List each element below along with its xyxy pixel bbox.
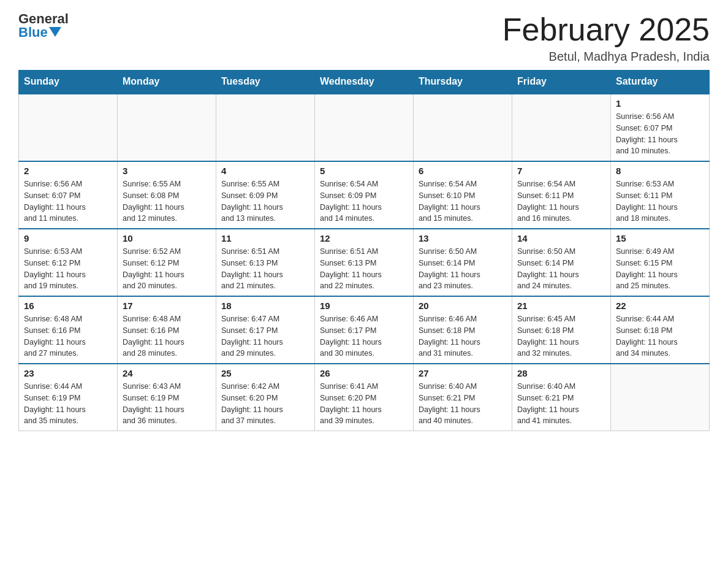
day-info: Sunrise: 6:42 AM Sunset: 6:20 PM Dayligh… — [221, 381, 309, 427]
day-number: 22 — [616, 301, 704, 311]
day-info: Sunrise: 6:51 AM Sunset: 6:13 PM Dayligh… — [221, 246, 309, 292]
day-info: Sunrise: 6:50 AM Sunset: 6:14 PM Dayligh… — [517, 246, 605, 292]
day-info: Sunrise: 6:53 AM Sunset: 6:11 PM Dayligh… — [616, 178, 704, 224]
calendar-cell: 14Sunrise: 6:50 AM Sunset: 6:14 PM Dayli… — [512, 229, 611, 296]
calendar-cell: 25Sunrise: 6:42 AM Sunset: 6:20 PM Dayli… — [216, 364, 315, 431]
calendar-cell: 13Sunrise: 6:50 AM Sunset: 6:14 PM Dayli… — [414, 229, 512, 296]
day-number: 1 — [616, 98, 704, 109]
calendar-header-friday: Friday — [512, 70, 611, 94]
day-number: 23 — [24, 368, 112, 378]
calendar-header-row: SundayMondayTuesdayWednesdayThursdayFrid… — [19, 70, 710, 94]
day-number: 15 — [616, 233, 704, 243]
day-number: 11 — [221, 233, 309, 243]
calendar-cell: 20Sunrise: 6:46 AM Sunset: 6:18 PM Dayli… — [414, 296, 512, 364]
calendar-cell: 11Sunrise: 6:51 AM Sunset: 6:13 PM Dayli… — [216, 229, 315, 296]
calendar-table: SundayMondayTuesdayWednesdayThursdayFrid… — [18, 70, 710, 431]
day-info: Sunrise: 6:55 AM Sunset: 6:09 PM Dayligh… — [221, 178, 309, 224]
day-number: 8 — [616, 166, 704, 176]
calendar-cell — [19, 94, 118, 161]
day-number: 25 — [221, 368, 309, 378]
day-number: 21 — [517, 301, 605, 311]
day-info: Sunrise: 6:54 AM Sunset: 6:09 PM Dayligh… — [320, 178, 408, 224]
calendar-header-tuesday: Tuesday — [216, 70, 315, 94]
calendar-cell: 3Sunrise: 6:55 AM Sunset: 6:08 PM Daylig… — [118, 161, 216, 229]
day-number: 12 — [320, 233, 408, 243]
calendar-cell — [611, 364, 710, 431]
calendar-cell: 5Sunrise: 6:54 AM Sunset: 6:09 PM Daylig… — [315, 161, 414, 229]
calendar-cell: 15Sunrise: 6:49 AM Sunset: 6:15 PM Dayli… — [611, 229, 710, 296]
day-info: Sunrise: 6:48 AM Sunset: 6:16 PM Dayligh… — [24, 313, 112, 359]
day-number: 2 — [24, 166, 112, 176]
day-info: Sunrise: 6:48 AM Sunset: 6:16 PM Dayligh… — [123, 313, 211, 359]
logo-blue-text: Blue — [18, 26, 61, 39]
day-info: Sunrise: 6:47 AM Sunset: 6:17 PM Dayligh… — [221, 313, 309, 359]
day-number: 16 — [24, 301, 112, 311]
day-info: Sunrise: 6:54 AM Sunset: 6:10 PM Dayligh… — [419, 178, 507, 224]
day-number: 28 — [517, 368, 605, 378]
day-info: Sunrise: 6:44 AM Sunset: 6:18 PM Dayligh… — [616, 313, 704, 359]
day-number: 24 — [123, 368, 211, 378]
calendar-cell: 1Sunrise: 6:56 AM Sunset: 6:07 PM Daylig… — [611, 94, 710, 161]
calendar-cell — [414, 94, 512, 161]
calendar-cell: 7Sunrise: 6:54 AM Sunset: 6:11 PM Daylig… — [512, 161, 611, 229]
day-number: 14 — [517, 233, 605, 243]
day-number: 3 — [123, 166, 211, 176]
calendar-cell: 24Sunrise: 6:43 AM Sunset: 6:19 PM Dayli… — [118, 364, 216, 431]
day-number: 17 — [123, 301, 211, 311]
calendar-header-wednesday: Wednesday — [315, 70, 414, 94]
day-info: Sunrise: 6:45 AM Sunset: 6:18 PM Dayligh… — [517, 313, 605, 359]
day-info: Sunrise: 6:46 AM Sunset: 6:17 PM Dayligh… — [320, 313, 408, 359]
logo-general-text: General — [18, 12, 69, 26]
calendar-cell: 21Sunrise: 6:45 AM Sunset: 6:18 PM Dayli… — [512, 296, 611, 364]
day-info: Sunrise: 6:49 AM Sunset: 6:15 PM Dayligh… — [616, 246, 704, 292]
calendar-cell: 8Sunrise: 6:53 AM Sunset: 6:11 PM Daylig… — [611, 161, 710, 229]
calendar-cell: 6Sunrise: 6:54 AM Sunset: 6:10 PM Daylig… — [414, 161, 512, 229]
day-number: 13 — [419, 233, 507, 243]
calendar-cell: 19Sunrise: 6:46 AM Sunset: 6:17 PM Dayli… — [315, 296, 414, 364]
day-info: Sunrise: 6:44 AM Sunset: 6:19 PM Dayligh… — [24, 381, 112, 427]
day-info: Sunrise: 6:41 AM Sunset: 6:20 PM Dayligh… — [320, 381, 408, 427]
calendar-cell — [315, 94, 414, 161]
day-number: 27 — [419, 368, 507, 378]
day-number: 19 — [320, 301, 408, 311]
calendar-header-sunday: Sunday — [19, 70, 118, 94]
location-title: Betul, Madhya Pradesh, India — [502, 50, 710, 64]
calendar-week-1: 1Sunrise: 6:56 AM Sunset: 6:07 PM Daylig… — [19, 94, 710, 161]
calendar-cell — [512, 94, 611, 161]
day-info: Sunrise: 6:52 AM Sunset: 6:12 PM Dayligh… — [123, 246, 211, 292]
day-info: Sunrise: 6:55 AM Sunset: 6:08 PM Dayligh… — [123, 178, 211, 224]
calendar-week-2: 2Sunrise: 6:56 AM Sunset: 6:07 PM Daylig… — [19, 161, 710, 229]
calendar-cell — [216, 94, 315, 161]
calendar-header-saturday: Saturday — [611, 70, 710, 94]
calendar-cell: 10Sunrise: 6:52 AM Sunset: 6:12 PM Dayli… — [118, 229, 216, 296]
calendar-header-monday: Monday — [118, 70, 216, 94]
day-number: 10 — [123, 233, 211, 243]
calendar-cell: 12Sunrise: 6:51 AM Sunset: 6:13 PM Dayli… — [315, 229, 414, 296]
day-info: Sunrise: 6:43 AM Sunset: 6:19 PM Dayligh… — [123, 381, 211, 427]
day-info: Sunrise: 6:46 AM Sunset: 6:18 PM Dayligh… — [419, 313, 507, 359]
page-header: General Blue February 2025 Betul, Madhya… — [18, 12, 710, 64]
calendar-cell: 4Sunrise: 6:55 AM Sunset: 6:09 PM Daylig… — [216, 161, 315, 229]
calendar-cell — [118, 94, 216, 161]
calendar-cell: 23Sunrise: 6:44 AM Sunset: 6:19 PM Dayli… — [19, 364, 118, 431]
day-info: Sunrise: 6:56 AM Sunset: 6:07 PM Dayligh… — [24, 178, 112, 224]
calendar-cell: 17Sunrise: 6:48 AM Sunset: 6:16 PM Dayli… — [118, 296, 216, 364]
day-info: Sunrise: 6:56 AM Sunset: 6:07 PM Dayligh… — [616, 111, 704, 157]
day-info: Sunrise: 6:53 AM Sunset: 6:12 PM Dayligh… — [24, 246, 112, 292]
title-block: February 2025 Betul, Madhya Pradesh, Ind… — [502, 12, 710, 64]
calendar-cell: 16Sunrise: 6:48 AM Sunset: 6:16 PM Dayli… — [19, 296, 118, 364]
day-number: 18 — [221, 301, 309, 311]
day-info: Sunrise: 6:51 AM Sunset: 6:13 PM Dayligh… — [320, 246, 408, 292]
logo: General Blue — [18, 12, 69, 39]
day-number: 26 — [320, 368, 408, 378]
calendar-week-4: 16Sunrise: 6:48 AM Sunset: 6:16 PM Dayli… — [19, 296, 710, 364]
day-info: Sunrise: 6:40 AM Sunset: 6:21 PM Dayligh… — [517, 381, 605, 427]
calendar-cell: 27Sunrise: 6:40 AM Sunset: 6:21 PM Dayli… — [414, 364, 512, 431]
day-number: 7 — [517, 166, 605, 176]
day-number: 20 — [419, 301, 507, 311]
day-info: Sunrise: 6:54 AM Sunset: 6:11 PM Dayligh… — [517, 178, 605, 224]
day-number: 9 — [24, 233, 112, 243]
calendar-cell: 9Sunrise: 6:53 AM Sunset: 6:12 PM Daylig… — [19, 229, 118, 296]
calendar-week-3: 9Sunrise: 6:53 AM Sunset: 6:12 PM Daylig… — [19, 229, 710, 296]
day-number: 4 — [221, 166, 309, 176]
